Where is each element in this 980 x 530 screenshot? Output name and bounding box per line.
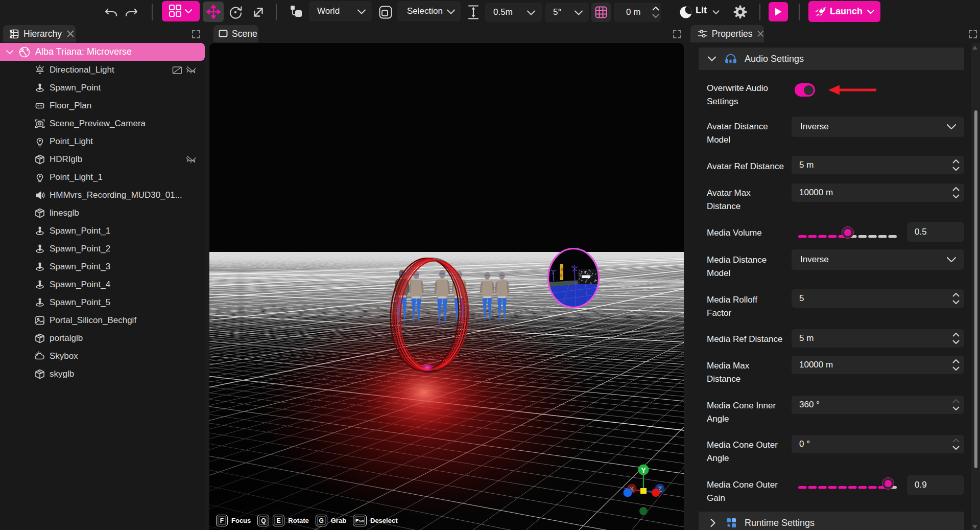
svg-text:Y: Y	[641, 466, 646, 474]
